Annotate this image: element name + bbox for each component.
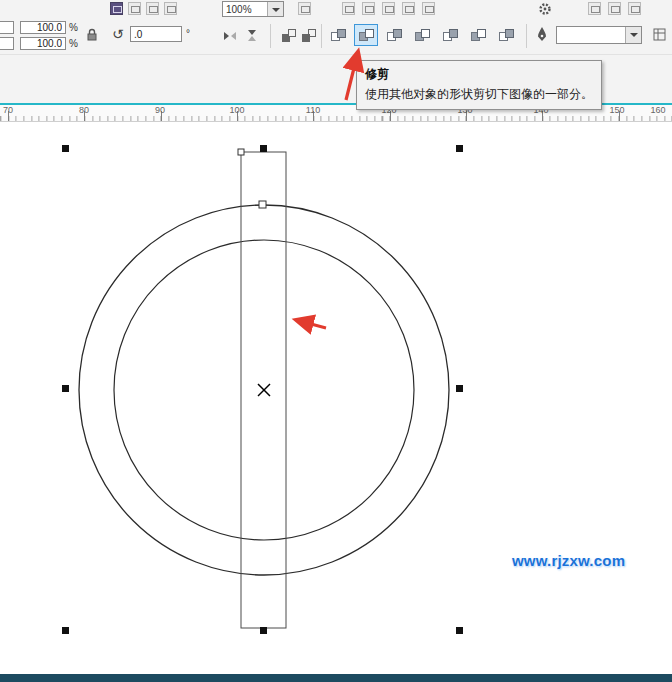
tooltip-title: 修剪 <box>365 66 593 83</box>
ruler-number: 100 <box>229 105 244 115</box>
order-icon-button[interactable] <box>280 26 298 45</box>
simplify-button[interactable] <box>410 24 434 46</box>
trim-button[interactable] <box>354 24 378 46</box>
toolbar-icon[interactable] <box>402 2 415 15</box>
app-window: 100% % % ↺ ° <box>0 0 672 682</box>
zoom-level-dropdown[interactable]: 100% <box>222 1 284 17</box>
chevron-down-icon[interactable] <box>625 27 641 43</box>
properties-icon-button[interactable] <box>650 25 668 44</box>
canvas-drawing <box>0 122 672 674</box>
handle-bottom-center[interactable] <box>260 627 267 634</box>
trim-tooltip: 修剪 使用其他对象的形状剪切下图像的一部分。 <box>356 60 602 110</box>
percent-label: % <box>69 38 78 49</box>
rotate-icon: ↺ <box>112 27 124 41</box>
toolbar-icon[interactable] <box>422 2 435 15</box>
ruler-number: 150 <box>609 105 624 115</box>
handle-bottom-left[interactable] <box>62 627 69 634</box>
gear-icon[interactable] <box>538 2 552 16</box>
weld-button[interactable] <box>326 24 350 46</box>
toolbar-icon[interactable] <box>342 2 355 15</box>
toolbar-icon[interactable] <box>362 2 375 15</box>
curve-top-node[interactable] <box>259 201 266 208</box>
handle-top-right[interactable] <box>456 145 463 152</box>
standard-toolbar: 100% <box>0 0 672 18</box>
center-x-mark <box>258 384 270 396</box>
toolbar-icon[interactable] <box>382 2 395 15</box>
ruler-major-ticks <box>0 111 672 121</box>
back-minus-front-icon <box>471 29 486 42</box>
create-boundary-icon <box>499 29 514 42</box>
ruler-number: 90 <box>155 105 165 115</box>
trim-icon <box>359 29 374 42</box>
toolbar-icon[interactable] <box>110 2 123 15</box>
property-bar: % % ↺ ° <box>0 18 672 55</box>
stacked-squares-icon <box>282 29 296 42</box>
scale-x-field[interactable] <box>20 21 66 34</box>
object-position-field-stub[interactable] <box>0 37 14 50</box>
intersect-icon <box>387 29 402 42</box>
front-minus-back-button[interactable] <box>438 24 462 46</box>
mirror-horizontal-button[interactable] <box>220 26 240 45</box>
zoom-level-value: 100% <box>226 4 252 15</box>
intersect-button[interactable] <box>382 24 406 46</box>
percent-label: % <box>69 22 78 33</box>
mirror-vertical-icon <box>246 29 258 42</box>
outline-pen-icon[interactable] <box>535 26 549 44</box>
back-minus-front-button[interactable] <box>466 24 490 46</box>
annotation-arrow-left <box>296 320 326 328</box>
weld-icon <box>331 29 346 42</box>
lock-ratio-icon[interactable] <box>85 27 99 43</box>
rotation-angle-field[interactable] <box>130 26 182 42</box>
outline-width-dropdown[interactable] <box>556 26 642 44</box>
rectangle-corner-node[interactable] <box>238 149 244 155</box>
watermark: www.rjzxw.com <box>512 552 625 569</box>
scale-y-field[interactable] <box>20 37 66 50</box>
toolbar-icon[interactable] <box>628 2 641 15</box>
handle-middle-right[interactable] <box>456 385 463 392</box>
ruler-number: 110 <box>306 105 320 115</box>
handle-middle-left[interactable] <box>62 385 69 392</box>
taskbar-sliver <box>0 674 672 682</box>
degree-label: ° <box>186 28 190 39</box>
tooltip-description: 使用其他对象的形状剪切下图像的一部分。 <box>365 86 593 103</box>
chevron-down-icon[interactable] <box>267 2 283 16</box>
grid-arrows-icon <box>653 28 666 41</box>
ruler-number: 70 <box>3 105 13 115</box>
mirror-horizontal-icon <box>223 30 237 42</box>
simplify-icon <box>415 29 430 42</box>
toolbar-icon[interactable] <box>128 2 141 15</box>
ruler-number: 80 <box>79 105 89 115</box>
drawing-canvas[interactable]: www.rjzxw.com <box>0 122 672 674</box>
toolbar-icon[interactable] <box>608 2 621 15</box>
toolbar-icon[interactable] <box>298 2 311 15</box>
handle-top-left[interactable] <box>62 145 69 152</box>
create-boundary-button[interactable] <box>494 24 518 46</box>
mirror-vertical-button[interactable] <box>242 26 262 45</box>
toolbar-icon[interactable] <box>146 2 159 15</box>
ruler-number: 160 <box>650 105 665 115</box>
stacked-squares-icon <box>302 29 316 42</box>
toolbar-icon[interactable] <box>588 2 601 15</box>
front-minus-back-icon <box>443 29 458 42</box>
object-position-field-stub[interactable] <box>0 21 14 34</box>
toolbar-icon[interactable] <box>164 2 177 15</box>
handle-top-center[interactable] <box>260 145 267 152</box>
order-icon-button[interactable] <box>300 26 318 45</box>
handle-bottom-right[interactable] <box>456 627 463 634</box>
